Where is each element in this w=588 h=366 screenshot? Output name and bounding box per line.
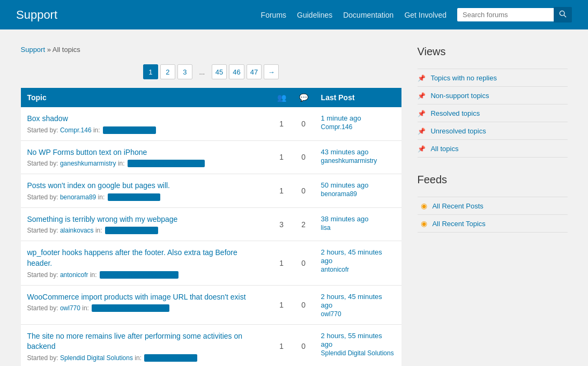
pagination-next[interactable]: → — [264, 64, 279, 79]
topic-forum-link[interactable]: Fixing WordPress — [108, 193, 161, 201]
page-46[interactable]: 46 — [229, 64, 244, 79]
col-last-post: Last Post — [315, 88, 401, 107]
topic-title-link[interactable]: Box shadow — [27, 114, 68, 123]
voices-cell: 1 — [271, 174, 293, 208]
page-3[interactable]: 3 — [177, 64, 192, 79]
view-no-replies-link[interactable]: Topics with no replies — [430, 74, 497, 82]
topic-cell: Posts won't index on google but pages wi… — [21, 174, 271, 208]
voices-cell: 1 — [271, 107, 293, 140]
topic-meta: Started by: ganeshkumarmistry in: Everyt… — [27, 160, 264, 167]
topic-forum-link[interactable]: Developing with WordPress — [100, 271, 178, 279]
pagination-dots: ... — [195, 64, 210, 79]
table-row: Something is terribly wrong with my webp… — [21, 207, 401, 241]
main-nav: Forums Guidelines Documentation Get Invo… — [261, 11, 446, 19]
last-post-author-link[interactable]: Splendid Digital Solutions — [321, 349, 394, 357]
nav-forums[interactable]: Forums — [261, 11, 286, 19]
topic-meta: Started by: alainkovacs in: Fixing WordP… — [27, 227, 264, 234]
last-post-time-link[interactable]: 50 minutes ago — [321, 181, 369, 189]
last-post-author-link[interactable]: Compr.146 — [321, 123, 353, 131]
topic-title-link[interactable]: The site no more remains live after perf… — [27, 332, 243, 351]
topic-title-link[interactable]: Posts won't index on google but pages wi… — [27, 181, 170, 190]
view-no-replies: Topics with no replies — [418, 69, 568, 87]
page-47[interactable]: 47 — [247, 64, 262, 79]
sidebar-views: Views Topics with no replies Non-support… — [418, 46, 568, 158]
last-post-author-link[interactable]: owl770 — [321, 310, 341, 318]
table-row: Posts won't index on google but pages wi… — [21, 174, 401, 208]
topic-cell: No WP Forms button text on iPhoneStarted… — [21, 140, 271, 174]
last-post-cell: 1 minute agoCompr.146 — [315, 107, 401, 140]
breadcrumb-separator: » — [47, 46, 53, 54]
last-post-time-link[interactable]: 2 hours, 45 minutes ago — [321, 248, 382, 265]
topic-forum-link[interactable]: Everything else WordPress — [128, 160, 205, 167]
feed-icon-posts: ◉ — [421, 201, 427, 210]
last-post-time-link[interactable]: 2 hours, 55 minutes ago — [321, 332, 382, 348]
last-post-time-link[interactable]: 43 minutes ago — [321, 148, 369, 156]
last-post-author-link[interactable]: benorama89 — [321, 190, 357, 198]
last-post-author-link[interactable]: ganeshkumarmistry — [321, 157, 377, 165]
topic-meta: Started by: benorama89 in: Fixing WordPr… — [27, 193, 264, 201]
topic-meta: Started by: Splendid Digital Solutions i… — [27, 354, 264, 362]
topic-author-link[interactable]: alainkovacs — [60, 227, 94, 234]
topic-cell: Something is terribly wrong with my webp… — [21, 207, 271, 241]
voices-cell: 1 — [271, 140, 293, 174]
svg-line-1 — [564, 15, 566, 17]
nav-guidelines[interactable]: Guidelines — [297, 11, 332, 19]
content-area: Support » All topics 1 2 3 ... 45 46 47 … — [21, 46, 401, 366]
feed-recent-topics-link[interactable]: All Recent Topics — [432, 220, 485, 228]
view-all-link[interactable]: All topics — [430, 145, 458, 153]
topic-author-link[interactable]: Compr.146 — [60, 126, 92, 134]
last-post-cell: 2 hours, 45 minutes agoantonicofr — [315, 241, 401, 285]
col-topic: Topic — [21, 88, 271, 107]
feed-recent-posts-link[interactable]: All Recent Posts — [432, 202, 483, 210]
voices-cell: 1 — [271, 324, 293, 366]
view-resolved-link[interactable]: Resolved topics — [430, 109, 480, 117]
replies-cell: 0 — [293, 241, 315, 285]
topic-forum-link[interactable]: Fixing WordPress — [144, 354, 197, 362]
last-post-time-link[interactable]: 1 minute ago — [321, 114, 361, 122]
feeds-list: ◉ All Recent Posts ◉ All Recent Topics — [418, 197, 568, 233]
topic-title-link[interactable]: WooCommerce import products with image U… — [27, 293, 246, 301]
search-input[interactable] — [457, 8, 554, 21]
table-row: The site no more remains live after perf… — [21, 324, 401, 366]
topic-author-link[interactable]: antonicofr — [60, 271, 88, 279]
topic-title-link[interactable]: wp_footer hooks happens after the footer… — [27, 248, 237, 267]
search-button[interactable] — [554, 7, 572, 23]
last-post-cell: 2 hours, 45 minutes agoowl770 — [315, 285, 401, 324]
main-layout: Support » All topics 1 2 3 ... 45 46 47 … — [10, 29, 578, 366]
topic-author-link[interactable]: Splendid Digital Solutions — [60, 354, 133, 362]
last-post-cell: 50 minutes agobenorama89 — [315, 174, 401, 208]
replies-cell: 0 — [293, 107, 315, 140]
topic-title-link[interactable]: No WP Forms button text on iPhone — [27, 148, 147, 156]
view-unresolved-link[interactable]: Unresolved topics — [430, 127, 486, 135]
view-non-support-link[interactable]: Non-support topics — [430, 92, 489, 100]
nav-documentation[interactable]: Documentation — [343, 11, 393, 19]
page-1[interactable]: 1 — [143, 64, 158, 79]
topic-forum-link[interactable]: Fixing WordPress — [105, 227, 158, 234]
search-form — [457, 7, 572, 23]
topic-cell: wp_footer hooks happens after the footer… — [21, 241, 271, 285]
topic-author-link[interactable]: owl770 — [60, 304, 80, 312]
last-post-author-link[interactable]: antonicofr — [321, 266, 349, 273]
svg-point-0 — [560, 11, 564, 16]
sidebar: Views Topics with no replies Non-support… — [418, 46, 568, 366]
topic-title-link[interactable]: Something is terribly wrong with my webp… — [27, 215, 178, 223]
breadcrumb-parent[interactable]: Support — [21, 46, 46, 54]
view-resolved: Resolved topics — [418, 104, 568, 122]
page-45[interactable]: 45 — [212, 64, 227, 79]
topic-forum-link[interactable]: Fixing WordPress — [103, 126, 156, 134]
view-non-support: Non-support topics — [418, 87, 568, 104]
replies-cell: 0 — [293, 324, 315, 366]
topic-author-link[interactable]: ganeshkumarmistry — [60, 160, 116, 167]
page-2[interactable]: 2 — [160, 64, 175, 79]
last-post-time-link[interactable]: 2 hours, 45 minutes ago — [321, 293, 382, 309]
sidebar-feeds: Feeds ◉ All Recent Posts ◉ All Recent To… — [418, 174, 568, 233]
voices-cell: 1 — [271, 285, 293, 324]
feeds-title: Feeds — [418, 174, 568, 189]
nav-get-involved[interactable]: Get Involved — [404, 11, 446, 19]
topic-author-link[interactable]: benorama89 — [60, 193, 96, 201]
last-post-author-link[interactable]: lisa — [321, 224, 331, 231]
last-post-time-link[interactable]: 38 minutes ago — [321, 215, 369, 223]
replies-cell: 0 — [293, 140, 315, 174]
replies-cell: 0 — [293, 174, 315, 208]
topic-forum-link[interactable]: Everything else WordPress — [92, 304, 169, 312]
